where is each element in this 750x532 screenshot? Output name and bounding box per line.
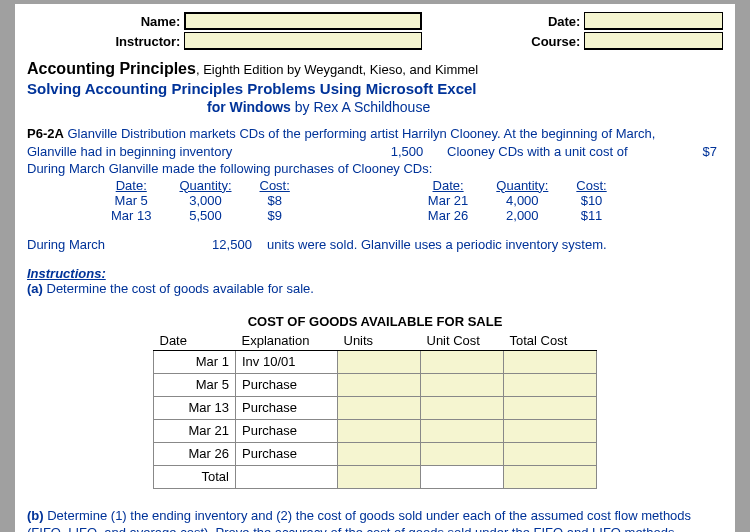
part-a-line: (a) Determine the cost of goods availabl… bbox=[27, 281, 723, 296]
units-rest: units were sold. Glanville uses a period… bbox=[267, 237, 607, 252]
intro-line-1: P6-2A Glanville Distribution markets CDs… bbox=[27, 125, 723, 143]
intro-line-2: Glanville had in beginning inventory 1,5… bbox=[27, 143, 723, 161]
instructor-input[interactable] bbox=[184, 32, 422, 50]
course-input[interactable] bbox=[584, 32, 723, 50]
subtitle-bold: for Windows bbox=[207, 99, 291, 115]
units-sold: 12,500 bbox=[197, 237, 267, 252]
table-row: Mar 26Purchase bbox=[154, 442, 597, 465]
unitcost-cell[interactable] bbox=[421, 373, 504, 396]
part-a-label: (a) bbox=[27, 281, 43, 296]
begin-qty: 1,500 bbox=[367, 143, 447, 161]
intro2a: Glanville had in beginning inventory bbox=[27, 143, 367, 161]
table-row: Total bbox=[154, 465, 597, 488]
col-date-r: Date: bbox=[414, 178, 482, 193]
date-label: Date: bbox=[422, 14, 584, 29]
col-cost: Cost: bbox=[246, 178, 304, 193]
unitcost-cell[interactable] bbox=[421, 396, 504, 419]
cogs-h-total: Total Cost bbox=[504, 331, 597, 351]
total-cell[interactable] bbox=[504, 442, 597, 465]
book-title: Accounting Principles, Eighth Edition by… bbox=[27, 60, 723, 78]
table-row: Mar 13 5,500 $9 bbox=[97, 208, 304, 223]
worksheet: Name: Date: Instructor: Course: Accounti… bbox=[15, 4, 735, 532]
header-row-2: Instructor: Course: bbox=[27, 32, 723, 50]
unitcost-cell[interactable] bbox=[421, 350, 504, 373]
instructions-heading: Instructions: bbox=[27, 266, 723, 281]
table-row: Mar 5 3,000 $8 bbox=[97, 193, 304, 208]
table-row: Mar 26 2,000 $11 bbox=[414, 208, 621, 223]
units-cell[interactable] bbox=[338, 350, 421, 373]
col-cost-r: Cost: bbox=[562, 178, 620, 193]
name-label: Name: bbox=[27, 14, 184, 29]
col-qty-r: Quantity: bbox=[482, 178, 562, 193]
table-row: Mar 21Purchase bbox=[154, 419, 597, 442]
part-b-text: (b) Determine (1) the ending inventory a… bbox=[27, 507, 723, 532]
book-title-sub: , Eighth Edition by Weygandt, Kieso, and… bbox=[196, 62, 478, 77]
units-cell[interactable] bbox=[338, 465, 421, 488]
cogs-title: COST OF GOODS AVAILABLE FOR SALE bbox=[27, 314, 723, 329]
units-cell[interactable] bbox=[338, 442, 421, 465]
purchases-tables: Date: Quantity: Cost: Mar 5 3,000 $8 Mar… bbox=[27, 178, 723, 223]
instructor-label: Instructor: bbox=[27, 34, 184, 49]
col-date: Date: bbox=[97, 178, 165, 193]
intro1: Glanville Distribution markets CDs of th… bbox=[64, 126, 656, 141]
total-cell[interactable] bbox=[504, 350, 597, 373]
instructions-block: Instructions: (a) Determine the cost of … bbox=[27, 266, 723, 296]
subtitle-line3: for Windows by Rex A Schildhouse bbox=[207, 99, 723, 115]
intro2b: Clooney CDs with a unit cost of bbox=[447, 143, 677, 161]
problem-code: P6-2A bbox=[27, 126, 64, 141]
units-sold-line: During March 12,500 units were sold. Gla… bbox=[27, 237, 723, 252]
during-label: During March bbox=[27, 237, 197, 252]
units-cell[interactable] bbox=[338, 396, 421, 419]
subtitle-rest: by Rex A Schildhouse bbox=[291, 99, 430, 115]
col-qty: Quantity: bbox=[165, 178, 245, 193]
cogs-h-date: Date bbox=[154, 331, 236, 351]
units-cell[interactable] bbox=[338, 419, 421, 442]
subtitle-line2: Solving Accounting Principles Problems U… bbox=[27, 80, 723, 97]
table-row: Mar 21 4,000 $10 bbox=[414, 193, 621, 208]
unitcost-cell[interactable] bbox=[421, 419, 504, 442]
table-row: Mar 5Purchase bbox=[154, 373, 597, 396]
table-row: Mar 13Purchase bbox=[154, 396, 597, 419]
date-input[interactable] bbox=[584, 12, 723, 30]
intro3: During March Glanville made the followin… bbox=[27, 160, 723, 178]
course-label: Course: bbox=[422, 34, 584, 49]
unitcost-cell[interactable] bbox=[421, 442, 504, 465]
total-cell[interactable] bbox=[504, 465, 597, 488]
total-cell[interactable] bbox=[504, 419, 597, 442]
total-cell[interactable] bbox=[504, 373, 597, 396]
part-a-text: Determine the cost of goods available fo… bbox=[43, 281, 314, 296]
table-row: Mar 1Inv 10/01 bbox=[154, 350, 597, 373]
purchases-left: Date: Quantity: Cost: Mar 5 3,000 $8 Mar… bbox=[97, 178, 304, 223]
cogs-h-units: Units bbox=[338, 331, 421, 351]
cogs-table: Date Explanation Units Unit Cost Total C… bbox=[153, 331, 597, 489]
units-cell[interactable] bbox=[338, 373, 421, 396]
book-title-main: Accounting Principles bbox=[27, 60, 196, 77]
total-cell[interactable] bbox=[504, 396, 597, 419]
header-row-1: Name: Date: bbox=[27, 12, 723, 30]
part-b-body: Determine (1) the ending inventory and (… bbox=[27, 508, 691, 532]
problem-text: P6-2A Glanville Distribution markets CDs… bbox=[27, 125, 723, 252]
name-input[interactable] bbox=[184, 12, 422, 30]
purchases-right: Date: Quantity: Cost: Mar 21 4,000 $10 M… bbox=[414, 178, 621, 223]
cogs-h-unitcost: Unit Cost bbox=[421, 331, 504, 351]
begin-cost: $7 bbox=[677, 143, 717, 161]
cogs-h-expl: Explanation bbox=[236, 331, 338, 351]
part-b-label: (b) bbox=[27, 508, 44, 523]
